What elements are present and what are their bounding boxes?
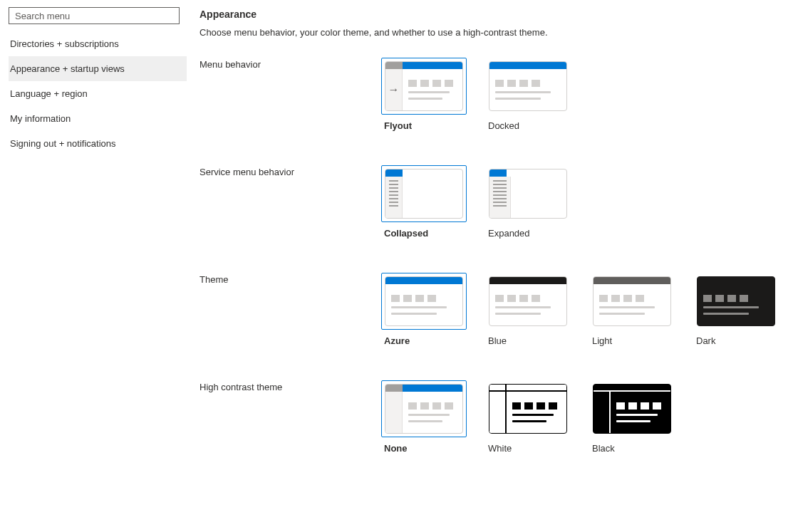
option-theme-light[interactable]: Light <box>589 273 675 346</box>
option-label: Collapsed <box>381 228 467 239</box>
option-theme-blue[interactable]: Blue <box>485 273 571 346</box>
option-label: Blue <box>485 335 571 346</box>
setting-label-theme: Theme <box>199 273 381 285</box>
setting-high-contrast: High contrast theme None <box>199 380 779 454</box>
main-content: Appearance Choose menu behavior, your co… <box>187 0 793 532</box>
sidebar-item-signing-out[interactable]: Signing out + notifications <box>9 131 187 156</box>
option-label: Black <box>589 443 675 454</box>
option-hc-white[interactable]: White <box>485 380 571 454</box>
option-expanded[interactable]: Expanded <box>485 165 571 239</box>
option-theme-dark[interactable]: Dark <box>693 273 779 346</box>
option-docked[interactable]: Docked <box>485 58 571 131</box>
option-hc-black[interactable]: Black <box>589 380 675 454</box>
option-label: None <box>381 443 467 454</box>
option-label: Expanded <box>485 228 571 239</box>
setting-label-high-contrast: High contrast theme <box>199 380 381 392</box>
option-label: Dark <box>693 335 779 346</box>
setting-label-menu-behavior: Menu behavior <box>199 58 381 70</box>
setting-service-menu-behavior: Service menu behavior Collapsed <box>199 165 779 239</box>
option-label: White <box>485 443 571 454</box>
page-description: Choose menu behavior, your color theme, … <box>199 27 779 38</box>
option-collapsed[interactable]: Collapsed <box>381 165 467 239</box>
sidebar-item-directories[interactable]: Directories + subscriptions <box>9 31 187 56</box>
option-flyout[interactable]: → Flyout <box>381 58 467 131</box>
option-label: Light <box>589 335 675 346</box>
option-label: Flyout <box>381 120 467 131</box>
settings-sidebar: Directories + subscriptions Appearance +… <box>0 0 187 532</box>
setting-theme: Theme Azure <box>199 273 779 346</box>
sidebar-item-language[interactable]: Language + region <box>9 81 187 106</box>
option-hc-none[interactable]: None <box>381 380 467 454</box>
search-input[interactable] <box>9 7 180 24</box>
setting-menu-behavior: Menu behavior → Flyout <box>199 58 779 131</box>
option-theme-azure[interactable]: Azure <box>381 273 467 346</box>
sidebar-item-my-information[interactable]: My information <box>9 106 187 131</box>
setting-label-service-menu: Service menu behavior <box>199 165 381 177</box>
option-label: Azure <box>381 335 467 346</box>
arrow-right-icon: → <box>388 83 400 96</box>
page-title: Appearance <box>199 9 779 20</box>
option-label: Docked <box>485 120 571 131</box>
sidebar-item-appearance[interactable]: Appearance + startup views <box>9 56 187 81</box>
